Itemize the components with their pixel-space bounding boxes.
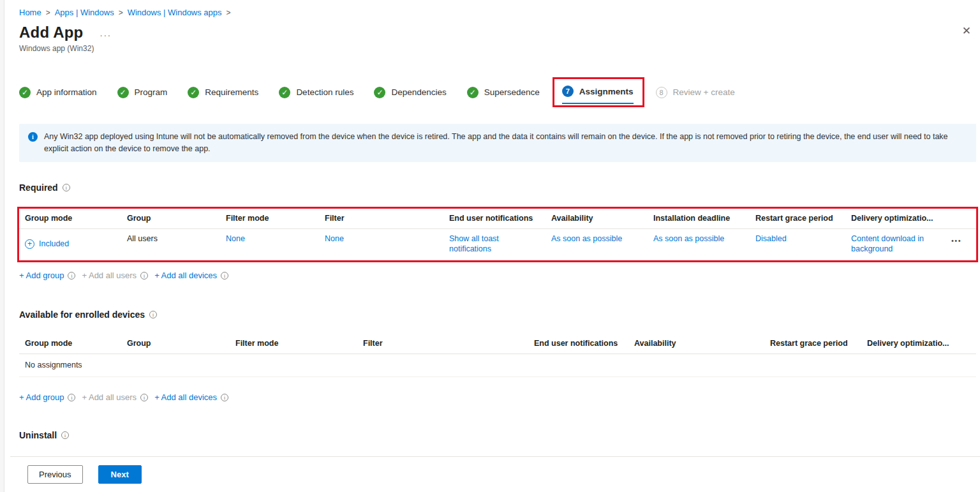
info-icon[interactable]: i <box>140 272 148 280</box>
add-all-devices-link[interactable]: + Add all devices <box>154 392 217 402</box>
tab-label: Supersedence <box>484 87 540 97</box>
tab-detection-rules[interactable]: ✓ Detection rules <box>279 87 353 98</box>
add-group-link[interactable]: + Add group <box>19 392 64 402</box>
check-circle-icon: ✓ <box>279 87 290 98</box>
info-icon[interactable]: i <box>61 431 69 439</box>
group-mode-cell[interactable]: + Included <box>25 229 127 260</box>
tab-supersedence[interactable]: ✓ Supersedence <box>467 87 540 98</box>
check-circle-icon: ✓ <box>117 87 129 98</box>
column-header[interactable]: Filter mode <box>235 334 363 354</box>
breadcrumb-apps-windows[interactable]: Apps | Windows <box>55 8 114 17</box>
section-heading-uninstall: Uninstall i <box>19 430 977 440</box>
column-header[interactable]: Filter <box>363 334 534 354</box>
info-banner: i Any Win32 app deployed using Intune wi… <box>19 124 976 162</box>
info-icon[interactable]: i <box>68 394 75 401</box>
no-assignments-text: No assignments <box>19 354 976 377</box>
available-table-header: Group mode Group Filter mode Filter End … <box>19 334 976 354</box>
column-header[interactable]: End user notifications <box>534 334 634 354</box>
column-header[interactable]: Filter mode <box>226 209 325 228</box>
column-header[interactable]: Delivery optimizatio... <box>851 209 951 228</box>
tab-label: Requirements <box>205 87 258 97</box>
add-app-blade: Home>Apps | Windows>Windows | Windows ap… <box>5 0 980 492</box>
column-header[interactable]: Restart grace period <box>770 334 867 354</box>
section-title: Available for enrolled devices <box>19 309 145 320</box>
info-banner-text: Any Win32 app deployed using Intune will… <box>44 131 966 155</box>
check-circle-icon: ✓ <box>19 87 31 98</box>
column-header[interactable]: Group <box>127 334 235 354</box>
check-circle-icon: ✓ <box>188 87 199 98</box>
column-header[interactable]: Availability <box>634 334 770 354</box>
column-header[interactable]: Group mode <box>25 334 127 354</box>
info-icon[interactable]: i <box>221 272 228 280</box>
column-header[interactable]: Delivery optimizatio... <box>867 334 980 354</box>
column-header[interactable]: Installation deadline <box>653 209 755 228</box>
delivery-optimization-cell[interactable]: Content download in background <box>851 229 951 260</box>
previous-button[interactable]: Previous <box>27 465 83 484</box>
tab-dependencies[interactable]: ✓ Dependencies <box>374 87 446 98</box>
section-heading-available: Available for enrolled devices i <box>19 309 977 320</box>
breadcrumb-home[interactable]: Home <box>19 8 41 17</box>
breadcrumb: Home>Apps | Windows>Windows | Windows ap… <box>19 8 977 17</box>
group-cell: All users <box>127 229 226 260</box>
breadcrumb-separator: > <box>119 8 123 17</box>
section-title: Uninstall <box>19 430 57 440</box>
tab-app-information[interactable]: ✓ App information <box>19 87 97 98</box>
column-header[interactable]: Availability <box>551 209 653 228</box>
info-icon[interactable]: i <box>68 272 75 280</box>
add-group-link[interactable]: + Add group <box>19 271 64 280</box>
panel-left-edge <box>0 0 4 492</box>
tab-label: Assignments <box>579 87 634 96</box>
wizard-step-tabs: ✓ App information ✓ Program ✓ Requiremen… <box>19 77 977 107</box>
breadcrumb-windows-apps[interactable]: Windows | Windows apps <box>128 8 222 17</box>
info-icon[interactable]: i <box>221 394 228 401</box>
tab-label: Program <box>135 87 168 97</box>
availability-cell[interactable]: As soon as possible <box>551 229 653 260</box>
row-context-menu-icon[interactable]: ••• <box>951 229 977 260</box>
column-header[interactable]: Restart grace period <box>755 209 851 228</box>
step-number-icon: 8 <box>656 87 667 98</box>
close-icon[interactable]: ✕ <box>962 26 971 36</box>
overflow-menu-icon[interactable]: ... <box>100 27 112 38</box>
page-subtitle: Windows app (Win32) <box>19 44 977 53</box>
page-title: Add App <box>19 24 83 41</box>
tab-assignments[interactable]: 7 Assignments <box>562 86 634 104</box>
required-table: Group mode Group Filter mode Filter End … <box>19 209 976 261</box>
column-header[interactable]: Filter <box>325 209 449 228</box>
section-title: Required <box>19 183 58 193</box>
end-user-notifications-cell[interactable]: Show all toast notifications <box>449 229 551 260</box>
info-icon[interactable]: i <box>149 311 157 318</box>
column-header[interactable]: End user notifications <box>449 209 551 228</box>
breadcrumb-separator: > <box>226 8 231 17</box>
column-header[interactable]: Group <box>127 209 226 228</box>
tab-label: Review + create <box>673 87 735 97</box>
next-button[interactable]: Next <box>98 465 142 484</box>
step-number-icon: 7 <box>562 86 574 97</box>
filter-mode-cell[interactable]: None <box>226 229 325 260</box>
check-circle-icon: ✓ <box>467 87 479 98</box>
tab-label: Dependencies <box>391 87 446 97</box>
check-circle-icon: ✓ <box>374 87 385 98</box>
wizard-footer: Previous Next <box>10 456 980 492</box>
section-heading-required: Required i <box>19 183 977 193</box>
tab-label: App information <box>36 87 97 97</box>
plus-circle-icon: + <box>25 239 34 249</box>
annotation-box-assignments-tab: 7 Assignments <box>553 77 644 107</box>
filter-cell[interactable]: None <box>325 229 449 260</box>
column-header-menu <box>951 209 977 228</box>
add-all-devices-link[interactable]: + Add all devices <box>154 271 217 280</box>
tab-program[interactable]: ✓ Program <box>117 87 168 98</box>
required-add-links: + Add group i + Add all users i + Add al… <box>19 271 977 280</box>
add-all-users-link: + Add all users <box>82 392 137 402</box>
group-mode-value: Included <box>39 239 69 250</box>
info-icon[interactable]: i <box>140 394 148 401</box>
breadcrumb-separator: > <box>46 8 50 17</box>
installation-deadline-cell[interactable]: As soon as possible <box>653 229 755 260</box>
tab-requirements[interactable]: ✓ Requirements <box>188 87 258 98</box>
info-icon: i <box>28 132 38 142</box>
info-icon[interactable]: i <box>63 184 70 191</box>
required-table-header: Group mode Group Filter mode Filter End … <box>19 209 976 229</box>
tab-label: Detection rules <box>296 87 353 97</box>
column-header[interactable]: Group mode <box>25 209 127 228</box>
tab-review-create: 8 Review + create <box>656 87 735 98</box>
restart-grace-period-cell[interactable]: Disabled <box>755 229 851 260</box>
